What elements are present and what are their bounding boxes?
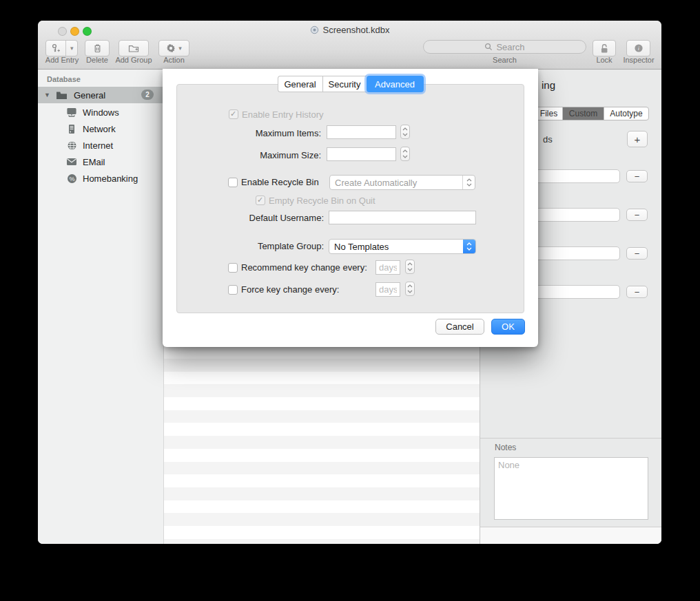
windows-icon — [66, 107, 77, 118]
sidebar-item-homebanking[interactable]: % Homebanking — [38, 170, 163, 187]
lock-button[interactable] — [593, 40, 616, 56]
chevron-down-icon — [407, 268, 413, 271]
inspector-footer — [480, 527, 661, 544]
sidebar-item-label: Network — [83, 124, 116, 134]
default-username-input[interactable] — [329, 211, 476, 224]
homebanking-icon: % — [66, 173, 77, 184]
search-placeholder: Search — [496, 42, 524, 52]
inspector-entry-title: ing — [542, 79, 555, 91]
template-group-label: Template Group: — [163, 241, 324, 251]
sidebar-item-email[interactable]: EMail — [38, 154, 163, 170]
remove-custom-field-button[interactable]: − — [626, 286, 648, 298]
force-key-change-label: Force key change every: — [241, 284, 339, 295]
maximum-size-input[interactable] — [327, 147, 396, 161]
tab-general[interactable]: General — [278, 76, 322, 92]
dialog-tab-bar: General Security Advanced — [163, 76, 538, 92]
popup-value: No Templates — [329, 242, 463, 252]
maximum-size-stepper[interactable] — [400, 147, 410, 161]
force-key-change-checkbox[interactable] — [228, 285, 238, 295]
sidebar: Database ▼ General 2 Windows — [38, 69, 163, 544]
tab-advanced[interactable]: Advanced — [367, 76, 424, 92]
empty-recycle-bin-checkbox[interactable] — [256, 196, 265, 205]
database-settings-dialog: General Security Advanced Enable Entry H… — [163, 69, 538, 347]
recommend-days-input[interactable] — [375, 260, 400, 275]
maximum-size-label: Maximum Size: — [163, 150, 321, 160]
recycle-bin-mode-popup[interactable]: Create Automatically — [329, 175, 475, 190]
inspector-label: Inspector — [619, 56, 659, 64]
chevron-up-icon — [407, 284, 413, 288]
window-header: Screenshot.kdbx ▾ Add Entry Delete — [38, 21, 661, 70]
add-custom-field-button[interactable]: + — [627, 131, 648, 147]
sidebar-section-header: Database — [47, 75, 81, 83]
chevron-down-icon: ▾ — [178, 45, 182, 52]
action-button[interactable]: ▾ — [158, 40, 189, 56]
chevron-up-icon — [402, 127, 408, 131]
default-username-label: Default Username: — [163, 213, 324, 223]
unlock-icon — [599, 43, 609, 54]
cancel-button[interactable]: Cancel — [435, 319, 484, 335]
svg-text:%: % — [69, 175, 74, 182]
custom-fields-label: ds — [543, 134, 553, 145]
add-group-label: Add Group — [112, 56, 155, 64]
popup-arrows-icon — [463, 240, 475, 253]
inspector-tab-bar: Files Custom Autotype — [535, 107, 649, 120]
gear-icon — [166, 43, 176, 53]
force-days-input[interactable] — [375, 282, 400, 297]
notes-label: Notes — [495, 443, 516, 452]
sidebar-item-general[interactable]: ▼ General 2 — [38, 87, 163, 103]
search-label: Search — [423, 56, 586, 64]
info-icon: i — [634, 43, 644, 53]
enable-recycle-bin-checkbox[interactable] — [228, 178, 238, 187]
sidebar-item-label: Homebanking — [83, 173, 138, 184]
remove-custom-field-button[interactable]: − — [626, 247, 648, 260]
ok-button[interactable]: OK — [491, 319, 525, 335]
tab-files[interactable]: Files — [535, 107, 563, 120]
chevron-down-icon — [402, 155, 408, 158]
enable-entry-history-checkbox[interactable] — [229, 109, 238, 119]
sidebar-item-internet[interactable]: Internet — [38, 137, 163, 154]
enable-entry-history-label: Enable Entry History — [242, 109, 324, 120]
tab-autotype[interactable]: Autotype — [604, 107, 648, 120]
add-group-button[interactable] — [119, 40, 149, 56]
sidebar-item-network[interactable]: Network — [38, 120, 163, 137]
trash-icon — [93, 43, 102, 53]
chevron-up-icon — [407, 262, 413, 266]
internet-icon — [66, 140, 77, 151]
app-window: Screenshot.kdbx ▾ Add Entry Delete — [38, 21, 661, 544]
popup-value: Create Automatically — [330, 178, 462, 188]
add-entry-button[interactable]: ▾ — [45, 40, 78, 56]
window-title: Screenshot.kdbx — [323, 25, 390, 35]
add-entry-label: Add Entry — [42, 56, 82, 64]
force-days-stepper[interactable] — [405, 282, 415, 296]
document-icon — [310, 25, 319, 34]
maximum-items-stepper[interactable] — [400, 125, 410, 139]
chevron-down-icon — [407, 290, 413, 293]
remove-custom-field-button[interactable]: − — [626, 170, 648, 182]
action-label: Action — [158, 56, 189, 64]
maximum-items-input[interactable] — [327, 125, 396, 139]
tab-custom[interactable]: Custom — [563, 107, 604, 120]
template-group-popup[interactable]: No Templates — [329, 239, 476, 254]
entry-list-rows — [164, 359, 480, 544]
tab-security[interactable]: Security — [322, 76, 367, 92]
recommend-days-stepper[interactable] — [405, 260, 415, 274]
chevron-down-icon — [402, 133, 408, 136]
search-input[interactable]: Search — [423, 40, 586, 54]
delete-button[interactable] — [85, 40, 110, 56]
notes-textarea[interactable] — [494, 457, 648, 520]
network-icon — [66, 123, 77, 134]
chevron-down-icon[interactable]: ▾ — [66, 45, 77, 52]
disclosure-triangle-icon[interactable]: ▼ — [44, 92, 50, 98]
enable-recycle-bin-label: Enable Recycle Bin — [241, 177, 319, 187]
inspector-button[interactable]: i — [626, 40, 650, 56]
sidebar-item-label: Windows — [83, 107, 119, 118]
sidebar-item-label: Internet — [83, 140, 113, 151]
key-plus-icon — [46, 43, 65, 53]
sidebar-item-windows[interactable]: Windows — [38, 104, 163, 120]
remove-custom-field-button[interactable]: − — [626, 209, 648, 221]
search-icon — [484, 43, 493, 51]
email-icon — [66, 156, 77, 167]
entry-count-badge: 2 — [141, 89, 154, 100]
recommend-key-change-checkbox[interactable] — [228, 263, 238, 273]
lock-label: Lock — [588, 56, 620, 64]
